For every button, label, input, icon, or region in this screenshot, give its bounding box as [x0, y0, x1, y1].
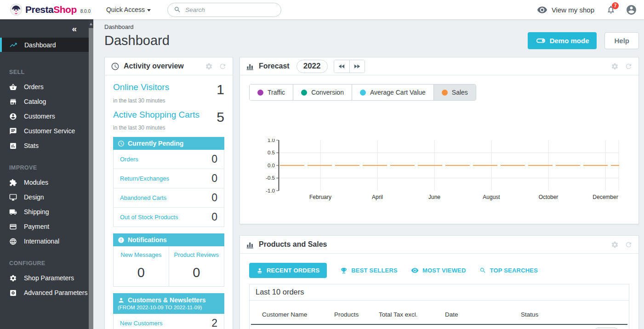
gear-icon[interactable]	[611, 241, 619, 249]
breadcrumb: Dashboard	[104, 23, 644, 30]
clock-icon	[118, 140, 125, 147]
search-box[interactable]	[167, 3, 281, 17]
forecast-line-chart: 1.0 0.5 0.0 -0.5 -1.0 February April Jun…	[240, 139, 639, 204]
help-button[interactable]: Help	[604, 32, 639, 49]
column-products: Products	[334, 311, 379, 318]
person-contact-icon	[256, 267, 263, 274]
refresh-icon[interactable]	[625, 62, 633, 70]
abandoned-carts-link[interactable]: Abandoned Carts	[120, 194, 166, 201]
search-icon	[479, 267, 486, 274]
pending-returns-link[interactable]: Return/Exchanges	[120, 175, 169, 182]
column-total-tax-excl: Total Tax excl.	[379, 311, 445, 318]
demo-mode-button[interactable]: Demo mode	[528, 32, 597, 49]
user-avatar-icon[interactable]	[626, 4, 637, 16]
previous-year-button[interactable]	[334, 60, 349, 73]
sidebar-section-sell: SELL	[0, 69, 89, 75]
average-cart-value-dot-icon	[360, 90, 366, 96]
xtick: December	[593, 194, 618, 200]
pending-orders-link[interactable]: Orders	[120, 156, 138, 163]
tab-top-searches[interactable]: TOP SEARCHES	[479, 267, 538, 274]
next-year-button[interactable]	[349, 60, 365, 73]
active-carts-subtitle: in the last 30 minutes	[113, 125, 224, 131]
column-status: Status	[521, 311, 627, 318]
sidebar-item-dashboard[interactable]: Dashboard	[0, 38, 89, 52]
sidebar-item-shop-parameters[interactable]: Shop Parameters	[0, 271, 89, 285]
last-orders-title: Last 10 orders	[250, 284, 629, 301]
active-carts-link[interactable]: Active Shopping Carts	[113, 110, 199, 125]
forecast-panel: Forecast 2022	[239, 57, 639, 224]
tab-traffic[interactable]: Traffic	[250, 85, 293, 100]
sidebar-collapse-button[interactable]: «	[72, 24, 77, 33]
xtick: October	[539, 194, 559, 200]
xtick: February	[309, 194, 331, 200]
ytick: -0.5	[266, 175, 275, 181]
exclamation-circle-icon	[118, 237, 125, 244]
forecast-year-badge: 2022	[296, 60, 328, 73]
tab-recent-orders[interactable]: RECENT ORDERS	[249, 263, 327, 278]
sidebar-section-improve: IMPROVE	[0, 164, 89, 171]
sidebar-item-modules[interactable]: Modules	[0, 175, 89, 190]
list-item: New Customers 2	[114, 314, 224, 329]
sidebar-item-international[interactable]: International	[0, 234, 89, 249]
customers-newsletters-banner: Customers & Newsletters (FROM 2022-10-09…	[113, 293, 224, 314]
online-visitors-value: 1	[217, 82, 224, 97]
gear-icon	[9, 274, 17, 282]
forecast-panel-title: Forecast	[259, 62, 290, 70]
search-input[interactable]	[185, 6, 275, 13]
scrollbar-up-button[interactable]: ▲	[89, 19, 93, 28]
credit-card-icon	[9, 223, 17, 231]
sidebar-item-design[interactable]: Design	[0, 190, 89, 204]
view-my-shop-link[interactable]: View my shop	[537, 5, 594, 15]
traffic-dot-icon	[257, 90, 263, 96]
refresh-icon[interactable]	[625, 241, 633, 249]
activity-overview-panel: Activity overview Online Visitors 1 in t…	[104, 57, 233, 329]
online-visitors-link[interactable]: Online Visitors	[113, 82, 169, 97]
notifications-banner: Notifications	[113, 233, 224, 246]
sidebar-item-customer-service[interactable]: Customer Service	[0, 124, 89, 138]
ytick: -1.0	[266, 188, 275, 193]
tab-most-viewed[interactable]: MOST VIEWED	[411, 267, 466, 274]
tab-sales[interactable]: Sales	[433, 85, 476, 100]
sidebar-item-customers[interactable]: Customers	[0, 109, 89, 124]
product-reviews-link[interactable]: Product Reviews	[169, 251, 224, 258]
sidebar-item-stats[interactable]: Stats	[0, 138, 89, 153]
header-right-group: View my shop 7	[537, 4, 637, 16]
abandoned-carts-value: 0	[211, 192, 217, 204]
last-orders-table: Last 10 orders Customer Name Products To…	[249, 284, 629, 329]
gear-icon[interactable]	[611, 62, 619, 70]
eye-icon	[537, 5, 547, 15]
xtick: June	[428, 194, 440, 200]
list-item: Out of Stock Products 0	[114, 208, 224, 227]
prestashop-logo-icon	[10, 4, 22, 16]
list-item: Return/Exchanges 0	[114, 169, 224, 188]
tab-conversion[interactable]: Conversion	[293, 85, 352, 100]
notifications-bell[interactable]: 7	[606, 5, 616, 14]
tab-best-sellers[interactable]: BEST SELLERS	[340, 267, 398, 274]
sidebar-item-payment[interactable]: Payment	[0, 219, 89, 234]
sidebar-item-orders[interactable]: Orders	[0, 79, 89, 94]
out-of-stock-link[interactable]: Out of Stock Products	[120, 214, 178, 221]
out-of-stock-value: 0	[211, 211, 217, 223]
ytick: 0.5	[268, 150, 275, 155]
puzzle-icon	[9, 179, 17, 187]
scrollbar-thumb[interactable]	[89, 28, 93, 329]
refresh-icon[interactable]	[219, 62, 227, 70]
gear-icon[interactable]	[205, 62, 213, 70]
sidebar-item-catalog[interactable]: Catalog	[0, 94, 89, 109]
basket-icon	[9, 83, 17, 91]
column-customer-name: Customer Name	[251, 311, 334, 318]
new-customers-link[interactable]: New Customers	[120, 320, 162, 327]
gear-square-icon	[9, 289, 17, 297]
prestashop-logo[interactable]: PrestaShop 8.0.0	[10, 4, 91, 16]
toggle-icon	[536, 35, 546, 46]
sidebar-item-shipping[interactable]: Shipping	[0, 204, 89, 219]
logo-text: PrestaShop	[25, 4, 77, 15]
new-messages-link[interactable]: New Messages	[114, 251, 169, 258]
sidebar: « Dashboard SELL Orders Catalog Customer…	[0, 19, 89, 329]
sidebar-scrollbar[interactable]: ▲	[89, 19, 93, 329]
quick-access-dropdown[interactable]: Quick Access	[106, 6, 151, 13]
xtick: April	[372, 194, 383, 200]
top-header: PrestaShop 8.0.0 Quick Access View my sh…	[0, 0, 644, 19]
tab-average-cart-value[interactable]: Average Cart Value	[352, 85, 433, 100]
sidebar-item-advanced-parameters[interactable]: Advanced Parameters	[0, 285, 89, 300]
